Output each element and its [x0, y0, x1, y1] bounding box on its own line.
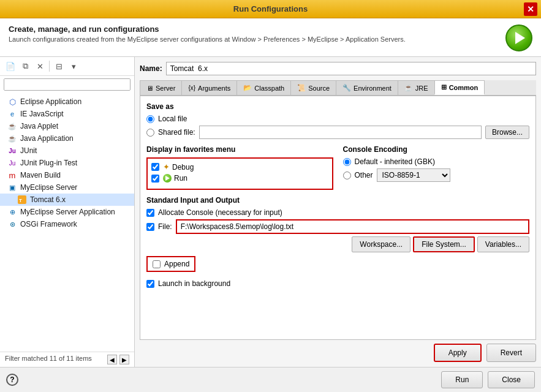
tree-item-junit-plugin[interactable]: Ju JUnit Plug-in Test [0, 157, 134, 169]
alloc-console-label: Allocate Console (necessary for input) [158, 208, 282, 217]
debug-icon: ✦ [163, 162, 170, 172]
filter-next-button[interactable]: ▶ [119, 355, 129, 364]
launch-bg-checkbox[interactable] [146, 280, 154, 288]
close-window-button[interactable]: ✕ [524, 2, 537, 16]
java-applet-icon: ☕ [7, 121, 17, 131]
name-row: Name: [140, 62, 536, 75]
tab-label: Classpath [254, 85, 284, 92]
collapse-all-button[interactable]: ⊟ [52, 59, 66, 73]
tree-item-label: MyEclipse Server [20, 183, 77, 192]
left-panel: 📄 ⧉ ✕ ⊟ ▾ ⬡ Eclipse Application e IE J [0, 57, 135, 367]
name-input[interactable] [166, 62, 536, 75]
filter-button[interactable]: ▾ [67, 59, 80, 73]
tab-content-common: Save as Local file Shared file: Browse..… [140, 96, 536, 340]
revert-button[interactable]: Revert [486, 344, 536, 362]
apply-button[interactable]: Apply [434, 344, 482, 362]
delete-config-button[interactable]: ✕ [33, 59, 47, 73]
tree-item-junit[interactable]: Ju JUnit [0, 145, 134, 157]
tree-item-myeclipse-server-app[interactable]: ⊕ MyEclipse Server Application [0, 206, 134, 218]
header-description: Launch configurations created from the M… [9, 36, 497, 43]
new-config-button[interactable]: 📄 [4, 59, 17, 73]
tree-item-label: OSGi Framework [20, 220, 77, 228]
tree-item-tomcat[interactable]: T Tomcat 6.x [0, 194, 134, 206]
eclipse-icon: ⬡ [7, 97, 17, 107]
search-input[interactable] [4, 79, 130, 90]
search-box [4, 78, 131, 91]
run-button[interactable] [505, 24, 532, 51]
append-checkbox[interactable] [153, 260, 161, 268]
classpath-icon: 📂 [243, 84, 252, 92]
local-file-label: Local file [158, 115, 187, 123]
tab-jre[interactable]: ☕ JRE [398, 80, 435, 95]
tab-environment[interactable]: 🔧 Environment [336, 80, 398, 95]
tab-label: Environment [354, 85, 392, 92]
svg-text:T: T [19, 198, 22, 203]
tabs-bar: 🖥 Server {x} Arguments 📂 Classpath 📜 Sou… [140, 80, 536, 96]
tab-server[interactable]: 🖥 Server [140, 80, 182, 95]
dialog-body: Create, manage, and run configurations L… [0, 18, 541, 392]
other-enc-label: Other [355, 171, 373, 179]
tree-item-label: Tomcat 6.x [30, 195, 66, 204]
server-icon: 🖥 [146, 85, 153, 92]
encoding-dropdown[interactable]: ISO-8859-1 [377, 168, 450, 182]
two-col-section: Display in favorites menu ✦ Debug [146, 145, 529, 190]
myeclipse-server-icon: ▣ [7, 183, 17, 192]
tree-item-java-app[interactable]: ☕ Java Application [0, 132, 134, 145]
browse-button[interactable]: Browse... [485, 126, 529, 139]
default-enc-radio[interactable] [343, 158, 351, 166]
tree-item-eclipse-app[interactable]: ⬡ Eclipse Application [0, 96, 134, 108]
myeclipse-server-app-icon: ⊕ [7, 207, 17, 217]
tab-classpath[interactable]: 📂 Classpath [236, 80, 291, 95]
filter-prev-button[interactable]: ◀ [107, 355, 117, 364]
debug-fav-checkbox[interactable] [151, 163, 159, 171]
tree-item-osgi[interactable]: ⊛ OSGi Framework [0, 218, 134, 230]
favorites-box: ✦ Debug Run [146, 157, 333, 190]
debug-fav-row: ✦ Debug [151, 162, 328, 172]
tree-item-ie-js[interactable]: e IE JavaScript [0, 108, 134, 120]
jre-icon: ☕ [404, 84, 413, 92]
tree-item-java-applet[interactable]: ☕ Java Applet [0, 120, 134, 132]
tab-label: JRE [415, 85, 428, 92]
tree-item-label: JUnit [20, 146, 37, 155]
name-label: Name: [140, 64, 162, 73]
alloc-console-checkbox[interactable] [146, 209, 154, 217]
default-enc-label: Default - inherited (GBK) [355, 157, 435, 166]
shared-file-radio[interactable] [146, 129, 154, 137]
tab-source[interactable]: 📜 Source [290, 80, 336, 95]
run-fav-checkbox[interactable] [151, 175, 159, 183]
tab-label: Source [308, 85, 330, 92]
file-path-input[interactable] [176, 219, 529, 234]
local-file-row: Local file [146, 115, 529, 123]
help-button[interactable]: ? [6, 374, 18, 386]
workspace-button[interactable]: Workspace... [352, 236, 410, 252]
tree-item-myeclipse-server[interactable]: ▣ MyEclipse Server [0, 181, 134, 194]
shared-file-input[interactable] [199, 126, 482, 139]
run-launch-button[interactable]: Run [441, 371, 483, 388]
duplicate-config-button[interactable]: ⧉ [18, 59, 32, 73]
tab-arguments[interactable]: {x} Arguments [181, 80, 237, 95]
file-row: File: [146, 219, 529, 234]
other-enc-radio[interactable] [343, 172, 351, 179]
close-button[interactable]: Close [488, 371, 535, 388]
file-checkbox[interactable] [146, 223, 154, 231]
run-fav-icon [163, 174, 172, 183]
bottom-left: ? [6, 374, 18, 386]
filter-status-bar: Filter matched 11 of 11 items ◀ ▶ [0, 352, 134, 367]
tree-item-label: Eclipse Application [20, 97, 81, 106]
tab-common[interactable]: ⊞ Common [434, 80, 485, 95]
tab-label: Server [156, 85, 175, 92]
file-system-button[interactable]: File System... [413, 236, 475, 252]
tree-item-maven-build[interactable]: m Maven Build [0, 169, 134, 181]
header-area: Create, manage, and run configurations L… [0, 18, 541, 57]
dialog-title: Run Configurations [233, 4, 308, 13]
tree-item-label: JUnit Plug-in Test [20, 159, 77, 167]
title-bar: Run Configurations ✕ [0, 0, 541, 18]
variables-button[interactable]: Variables... [477, 236, 529, 252]
common-icon: ⊞ [441, 83, 447, 91]
junit-icon: Ju [7, 146, 17, 156]
local-file-radio[interactable] [146, 115, 154, 123]
append-row: Append [146, 256, 195, 272]
tree-item-label: Maven Build [20, 171, 61, 179]
fav-menu-label: Display in favorites menu [146, 145, 333, 154]
run-arrow-icon [515, 32, 525, 44]
